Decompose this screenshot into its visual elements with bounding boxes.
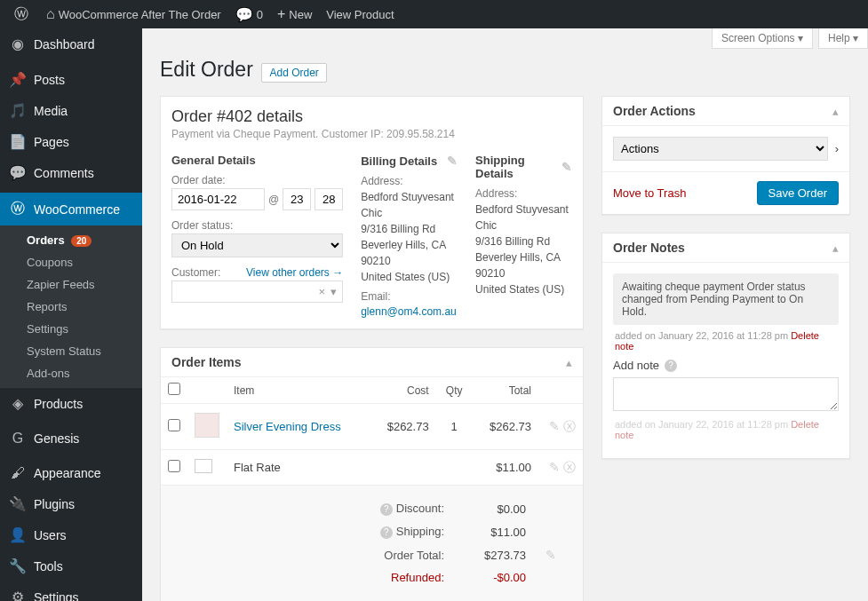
wp-logo[interactable]: ⓦ (7, 0, 39, 28)
edit-line-icon[interactable]: ✎ (549, 419, 560, 433)
shipping-line-name: Flat Rate (227, 450, 370, 486)
order-notes-box: Order Notes ▴ Awaiting cheque payment Or… (601, 233, 850, 459)
order-details-box: Order #402 details Payment via Cheque Pa… (160, 96, 584, 329)
pin-icon: 📌 (9, 71, 27, 88)
billing-country: United States (US) (361, 269, 458, 285)
shipping-line-total: $11.00 (473, 450, 538, 486)
plugin-icon: 🔌 (9, 495, 27, 512)
col-total: Total (473, 377, 538, 404)
line-item-total: $262.73 (473, 404, 538, 450)
order-notes-heading: Order Notes (613, 241, 685, 255)
shipping-line-checkbox[interactable] (168, 460, 180, 472)
help-tip-icon[interactable]: ? (665, 360, 677, 372)
order-total-value: $273.73 (453, 544, 533, 565)
edit-shipping-icon[interactable]: ✎ (561, 160, 572, 174)
order-min-input[interactable] (315, 188, 343, 210)
email-label: Email: (361, 290, 458, 303)
delete-line-icon[interactable]: ⓧ (563, 419, 576, 433)
customer-select[interactable]: ×▾ (171, 281, 343, 303)
delete-shipping-line-icon[interactable]: ⓧ (563, 460, 576, 474)
move-to-trash-link[interactable]: Move to Trash (613, 186, 686, 200)
save-order-button[interactable]: Save Order (757, 181, 839, 205)
add-note-textarea[interactable] (613, 377, 839, 411)
page-title: Edit Order (160, 58, 253, 82)
wordpress-icon: ⓦ (14, 5, 28, 24)
comments-bubble[interactable]: 💬0 (228, 0, 270, 28)
view-other-orders-link[interactable]: View other orders → (246, 266, 343, 279)
toggle-items-icon[interactable]: ▴ (566, 356, 572, 369)
select-all-items-checkbox[interactable] (168, 383, 180, 395)
toggle-notes-icon[interactable]: ▴ (832, 241, 839, 255)
line-item-checkbox[interactable] (168, 419, 180, 431)
users-icon: 👤 (9, 526, 27, 543)
edit-total-icon[interactable]: ✎ (545, 548, 556, 562)
menu-media[interactable]: 🎵Media (0, 95, 142, 126)
add-note-label: Add note (613, 359, 659, 372)
orders-count-badge: 20 (71, 235, 92, 247)
menu-pages[interactable]: 📄Pages (0, 126, 142, 157)
new-label: New (289, 8, 312, 21)
help-tip-icon[interactable]: ? (380, 503, 393, 516)
line-item-name[interactable]: Silver Evening Dress (234, 420, 341, 433)
submenu-reports[interactable]: Reports (0, 296, 142, 318)
edit-billing-icon[interactable]: ✎ (447, 154, 458, 168)
menu-appearance[interactable]: 🖌Appearance (0, 458, 142, 488)
order-items-heading: Order Items (171, 355, 242, 369)
billing-city: Beverley Hills, CA 90210 (361, 237, 458, 269)
screen-options-tab[interactable]: Screen Options ▾ (712, 28, 813, 49)
submenu-orders[interactable]: Orders 20 (0, 229, 142, 251)
apply-order-action-button[interactable]: › (835, 142, 839, 155)
submenu-coupons[interactable]: Coupons (0, 251, 142, 273)
line-item-qty: 1 (436, 404, 473, 450)
edit-shipping-line-icon[interactable]: ✎ (549, 460, 560, 474)
submenu-zapier[interactable]: Zapier Feeds (0, 273, 142, 296)
billing-street: 9/316 Billing Rd (361, 221, 458, 237)
menu-settings[interactable]: ⚙Settings (0, 581, 142, 601)
toggle-actions-icon[interactable]: ▴ (832, 105, 839, 118)
add-order-button[interactable]: Add Order (261, 63, 326, 83)
menu-plugins[interactable]: 🔌Plugins (0, 488, 142, 519)
menu-products[interactable]: ◈Products (0, 388, 142, 419)
comment-count: 0 (257, 8, 263, 21)
new-content[interactable]: +New (270, 0, 319, 28)
dropdown-arrow-icon[interactable]: ▾ (330, 285, 337, 298)
menu-users[interactable]: 👤Users (0, 519, 142, 550)
woocommerce-icon: ⓦ (9, 200, 27, 218)
view-product[interactable]: View Product (319, 0, 401, 28)
menu-woocommerce[interactable]: ⓦWooCommerce (0, 193, 142, 225)
date-at: @ (268, 194, 279, 206)
menu-tools[interactable]: 🔧Tools (0, 550, 142, 581)
product-thumbnail (195, 413, 219, 438)
site-home[interactable]: ⌂WooCommerce After The Order (39, 0, 228, 28)
help-tip-icon[interactable]: ? (380, 526, 393, 539)
billing-email-link[interactable]: glenn@om4.com.au (361, 305, 457, 318)
menu-posts[interactable]: 📌Posts (0, 64, 142, 95)
submenu-addons[interactable]: Add-ons (0, 362, 142, 384)
general-details-heading: General Details (171, 154, 343, 167)
menu-dashboard[interactable]: ◉Dashboard (0, 28, 142, 59)
shipping-value: $11.00 (453, 521, 533, 542)
order-hour-input[interactable] (283, 188, 311, 210)
clear-customer-icon[interactable]: × (319, 285, 326, 298)
order-actions-heading: Order Actions (613, 104, 696, 118)
menu-genesis[interactable]: GGenesis (0, 423, 142, 454)
line-item-cost: $262.73 (370, 404, 435, 450)
tools-icon: 🔧 (9, 558, 27, 574)
order-status-select[interactable]: On Hold (171, 233, 343, 257)
site-title: WooCommerce After The Order (59, 8, 221, 21)
order-actions-select[interactable]: Actions (613, 137, 828, 161)
main-content: Screen Options ▾ Help ▾ Edit Order Add O… (142, 28, 868, 601)
shipping-name: Bedford Stuyvesant (475, 202, 572, 217)
help-tab[interactable]: Help ▾ (818, 28, 868, 49)
customer-label: Customer:View other orders → (171, 266, 343, 279)
order-date-input[interactable] (171, 188, 265, 210)
billing-company: Chic (361, 205, 458, 221)
submenu-settings[interactable]: Settings (0, 318, 142, 340)
shipping-details-heading: Shipping Details (475, 154, 561, 180)
col-item: Item (227, 377, 370, 404)
submenu-system-status[interactable]: System Status (0, 340, 142, 362)
col-qty: Qty (436, 377, 473, 404)
order-note: Awaiting cheque payment Order status cha… (613, 273, 839, 325)
menu-comments[interactable]: 💬Comments (0, 157, 142, 188)
home-icon: ⌂ (46, 6, 55, 22)
